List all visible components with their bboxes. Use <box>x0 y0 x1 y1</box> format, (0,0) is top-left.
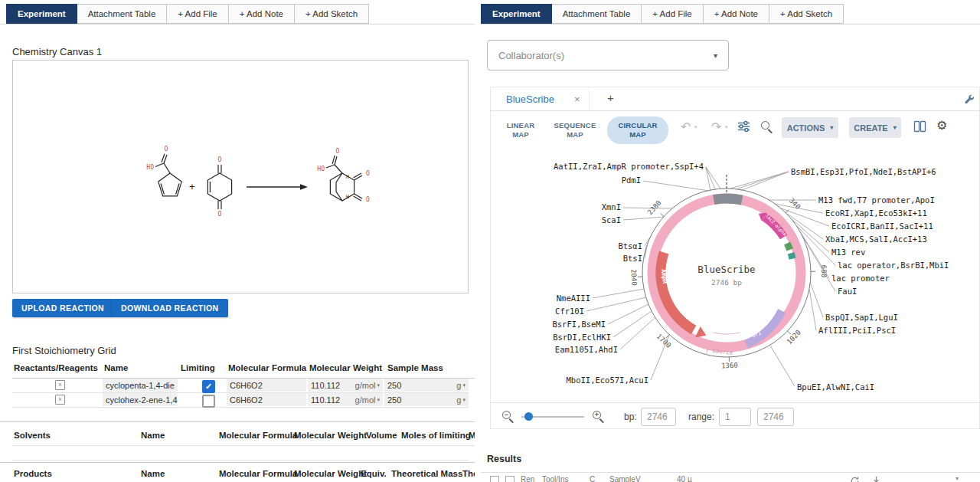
gear-icon[interactable]: ⚙ <box>936 118 947 133</box>
cutsite-label[interactable]: M13 rev <box>831 248 865 257</box>
green-feature-1[interactable] <box>787 244 790 250</box>
cutsite-label[interactable]: BtsαI <box>618 241 642 251</box>
stoichiometry-title: First Stoichiometry Grid <box>12 345 116 356</box>
close-icon[interactable]: × <box>574 93 580 105</box>
mass-cell[interactable]: 250 g▾ <box>384 379 469 392</box>
tab-attachment-table[interactable]: Attachment Table <box>552 4 642 24</box>
weight-cell[interactable]: 110.112 g/mol▾ <box>308 379 383 392</box>
range-start-input[interactable] <box>719 408 751 426</box>
tab-add-note[interactable]: + Add Note <box>704 4 769 24</box>
cutsite-label[interactable]: AatII,ZraI,AmpR promoter,SspI+4 <box>554 162 704 171</box>
download-icon[interactable] <box>871 475 881 482</box>
cutsite-label[interactable]: Cfr10I <box>555 307 584 316</box>
mass-unit-select[interactable]: g▾ <box>456 395 466 405</box>
formula-cell[interactable]: C6H6O2 <box>227 379 306 392</box>
zoom-slider-handle[interactable] <box>524 412 533 421</box>
cutsite-label[interactable]: BsrFI,BseMI <box>552 320 606 329</box>
strip-col: Tool/Ins <box>542 475 568 482</box>
delete-row-icon[interactable]: × <box>55 380 65 390</box>
name-cell[interactable]: cyclohex-2-ene-1,4 <box>103 393 178 406</box>
green-feature-2[interactable] <box>791 253 792 258</box>
zoom-in-icon[interactable]: + <box>592 410 606 424</box>
strip-caret-icon[interactable]: ▾ <box>956 475 959 482</box>
strip-checkbox[interactable] <box>490 476 499 482</box>
range-end-input[interactable] <box>757 408 794 426</box>
col-theoretical-mass: Theoretical Mass <box>391 469 462 478</box>
weight-unit-select[interactable]: g/mol▾ <box>355 395 380 405</box>
tab-add-sketch[interactable]: + Add Sketch <box>295 4 369 24</box>
collaborators-select[interactable]: Collaborator(s) ▾ <box>487 40 729 70</box>
tab-experiment[interactable]: Experiment <box>481 4 552 24</box>
linear-map-button[interactable]: LINEAR MAP <box>498 121 543 140</box>
bp-input[interactable] <box>641 408 676 426</box>
feature-filter-sliders-icon[interactable] <box>737 120 750 136</box>
redo-history-caret-icon[interactable]: ▾ <box>725 124 728 130</box>
delete-row-icon[interactable]: × <box>55 395 65 405</box>
undo-icon[interactable]: ↶ <box>681 120 691 134</box>
plasmid-name: BlueScribe <box>697 264 755 275</box>
cutsite-label[interactable]: lac promoter <box>831 274 890 283</box>
split-view-columns-icon[interactable] <box>913 120 926 136</box>
undo-history-caret-icon[interactable]: ▾ <box>694 124 697 130</box>
tab-experiment[interactable]: Experiment <box>6 4 77 24</box>
cutsite-label[interactable]: BsmBI,Esp3I,PfoI,NdeI,BstAPI+6 <box>791 167 936 176</box>
zoom-out-icon[interactable]: − <box>501 410 515 424</box>
col-equiv: Equiv. <box>361 469 387 478</box>
cutsite-label[interactable]: EcoICRI,BanII,SacI+11 <box>831 221 933 231</box>
circular-map-button[interactable]: CIRCULAR MAP <box>607 116 668 144</box>
name-cell[interactable]: cyclopenta-1,4-die <box>103 379 178 392</box>
create-menu-button[interactable]: CREATE ▾ <box>849 117 901 138</box>
cutsite-label[interactable]: PdmI <box>622 175 641 185</box>
cutsite-label[interactable]: XbaI,MCS,SalI,AccI+13 <box>825 234 927 244</box>
wrench-icon[interactable] <box>964 93 975 108</box>
mass-unit-select[interactable]: g▾ <box>456 381 466 390</box>
editor-tab-bluescribe[interactable]: BlueScribe × <box>497 87 590 110</box>
download-reaction-button[interactable]: DOWNLOAD REACTION <box>112 299 228 317</box>
cutsite-label[interactable]: lac operator,BsrBI,MbiI <box>838 261 949 270</box>
cutsite-label[interactable]: FauI <box>838 287 857 296</box>
add-tab-button[interactable]: + <box>607 91 614 104</box>
actions-menu-button[interactable]: ACTIONS ▾ <box>782 117 838 138</box>
tab-add-sketch[interactable]: + Add Sketch <box>769 4 844 24</box>
weight-unit-select[interactable]: g/mol▾ <box>355 381 380 390</box>
cutsite-label[interactable]: BtsI <box>623 254 642 263</box>
plasmid-circular-map[interactable]: AmpR lacZ-alpha └ ori ┌ source 340 680 1… <box>491 158 980 397</box>
mass-cell[interactable]: 250 g▾ <box>384 393 469 406</box>
cutsite-label[interactable]: MboII,Eco57I,AcuI <box>567 375 648 385</box>
col-solvents: Solvents <box>14 431 51 440</box>
weight-cell[interactable]: 110.112 g/mol▾ <box>308 393 383 406</box>
cutsite-label[interactable]: Eam1105I,AhdI <box>555 345 618 354</box>
chevron-down-icon: ▾ <box>462 397 466 403</box>
tab-attachment-table[interactable]: Attachment Table <box>77 4 168 24</box>
cutsite-label[interactable]: NmeAIII <box>557 293 590 303</box>
upload-reaction-button[interactable]: UPLOAD REACTION <box>12 299 113 317</box>
cutsite-label[interactable]: XmnI <box>602 202 621 211</box>
col-reactants: Reactants/Reagents <box>14 363 98 372</box>
cutsite-labels[interactable]: AatII,ZraI,AmpR promoter,SspI+4 PdmI Xmn… <box>552 162 949 392</box>
tab-add-file[interactable]: + Add File <box>167 4 228 24</box>
cutsite-label[interactable]: BpuEI,AlwNI,CaiI <box>797 382 874 392</box>
tail <box>508 418 513 423</box>
cutsite-label[interactable]: BsrDI,EclHKI <box>553 333 611 342</box>
atom-o: O <box>218 156 222 163</box>
strip-checkbox[interactable] <box>505 476 514 482</box>
sequence-map-button[interactable]: SEQUENCE MAP <box>547 121 603 140</box>
range-label: range: <box>688 403 714 431</box>
promoter-feature[interactable] <box>714 198 742 200</box>
refresh-icon[interactable] <box>850 475 860 482</box>
search-icon[interactable] <box>760 120 774 134</box>
tail <box>599 418 603 423</box>
cutsite-label[interactable]: EcoRI,XapI,Eco53kI+11 <box>825 208 927 218</box>
cutsite-label[interactable]: BspQI,SapI,LguI <box>825 313 898 322</box>
cutsite-label[interactable]: ScaI <box>602 215 621 225</box>
chemistry-canvas[interactable]: O HO + O O <box>12 60 469 293</box>
col-formula: Molecular Formula <box>219 431 297 440</box>
cutsite-label[interactable]: AflIII,PciI,PscI <box>818 326 896 335</box>
cutsite-label[interactable]: M13 fwd,T7 promoter,ApoI <box>818 195 935 205</box>
tab-add-file[interactable]: + Add File <box>642 4 703 24</box>
formula-cell[interactable]: C6H6O2 <box>227 393 306 406</box>
tab-add-note[interactable]: + Add Note <box>229 4 295 24</box>
limiting-checkbox[interactable] <box>202 395 215 408</box>
limiting-checkbox[interactable]: ✓ <box>202 380 215 393</box>
redo-icon[interactable]: ↷ <box>711 120 721 134</box>
